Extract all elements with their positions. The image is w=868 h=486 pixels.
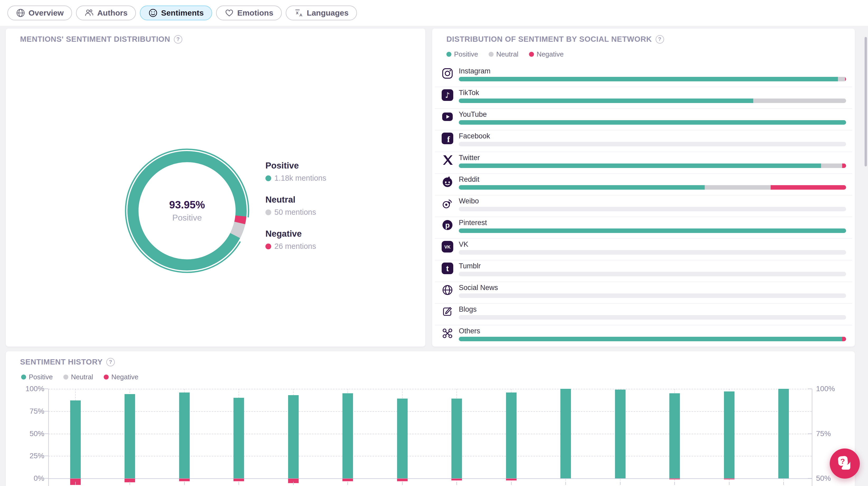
history-bar-positive[interactable] <box>125 394 135 478</box>
network-label: Others <box>459 327 480 335</box>
network-sentiment-bar[interactable] <box>459 337 846 341</box>
scrollbar-thumb[interactable] <box>865 37 867 166</box>
tab-languages[interactable]: xALanguages <box>286 5 357 20</box>
right-axis-line <box>812 389 812 486</box>
network-row-social-news: Social News <box>432 282 855 304</box>
y-axis-tick <box>44 433 48 434</box>
tab-authors[interactable]: Authors <box>76 5 136 20</box>
history-bar-positive[interactable] <box>506 393 517 478</box>
x-axis-tick <box>729 482 730 485</box>
y-axis-tick <box>808 478 812 479</box>
history-bar-positive[interactable] <box>724 392 735 478</box>
network-row-weibo: Weibo <box>432 196 855 217</box>
network-sentiment-bar[interactable] <box>459 228 846 233</box>
bar-segment-positive <box>459 120 846 125</box>
donut-legend-mentions: 1.18k mentions <box>274 174 327 182</box>
history-bar-negative[interactable] <box>452 479 462 481</box>
y-axis-left-label: 75% <box>6 407 44 416</box>
help-tooltip-icon[interactable]: ? <box>174 35 182 44</box>
network-row-tumblr: tTumblr <box>432 260 855 282</box>
vk-icon: VK <box>442 241 453 253</box>
network-sentiment-bar[interactable] <box>459 272 846 276</box>
history-bar-positive[interactable] <box>452 399 462 478</box>
history-bar-positive[interactable] <box>778 389 789 478</box>
y-axis-tick <box>44 411 48 411</box>
instagram-icon <box>442 67 453 79</box>
reddit-icon <box>442 176 453 188</box>
history-bar-negative[interactable] <box>234 479 244 481</box>
history-bar-positive[interactable] <box>560 389 571 478</box>
bar-segment-neutral <box>753 98 846 103</box>
svg-text:f: f <box>447 135 450 144</box>
tab-bar: OverviewAuthorsSentimentsEmotionsxALangu… <box>0 0 868 26</box>
history-bar-positive[interactable] <box>615 390 625 478</box>
help-chat-button[interactable]: ? <box>830 449 860 479</box>
y-axis-right-label: 75% <box>816 429 831 438</box>
history-bar-positive[interactable] <box>669 393 680 478</box>
network-sentiment-bar[interactable] <box>459 293 846 298</box>
y-axis-left-label: 0% <box>6 474 44 483</box>
x-axis-tick <box>129 482 130 485</box>
donut-legend-item-negative: Negative26 mentions <box>266 229 327 251</box>
network-label: Reddit <box>459 175 479 183</box>
network-sentiment-bar[interactable] <box>459 207 846 211</box>
history-bar-negative[interactable] <box>669 479 680 479</box>
network-sentiment-bar[interactable] <box>459 315 846 320</box>
legend-item-negative[interactable]: Negative <box>529 50 564 58</box>
network-sentiment-bar[interactable] <box>459 164 846 168</box>
legend-item-neutral[interactable]: Neutral <box>489 50 519 58</box>
panel-title-text: MENTIONS' SENTIMENT DISTRIBUTION <box>20 35 170 44</box>
panel-sentiment-history: SENTIMENT HISTORY ? PositiveNeutralNegat… <box>6 351 855 486</box>
network-sentiment-bar[interactable] <box>459 98 846 103</box>
network-label: Blogs <box>459 305 477 314</box>
network-sentiment-bar[interactable] <box>459 250 846 255</box>
tab-label: Overview <box>29 8 64 18</box>
bar-segment-negative <box>842 164 846 168</box>
bar-segment-negative <box>845 77 846 81</box>
bar-segment-positive <box>459 98 753 103</box>
svg-text:p: p <box>445 221 450 229</box>
history-bar-negative[interactable] <box>397 479 408 481</box>
tab-label: Authors <box>97 8 127 18</box>
history-bar-negative[interactable] <box>179 479 190 481</box>
network-sentiment-bar[interactable] <box>459 142 846 146</box>
network-row-blogs: Blogs <box>432 304 855 325</box>
blog-pen-icon <box>442 306 453 317</box>
network-row-youtube: YouTube <box>432 109 855 131</box>
history-bar-negative[interactable] <box>342 479 353 481</box>
history-bar-positive[interactable] <box>397 399 408 478</box>
x-axis-tick <box>347 482 348 485</box>
network-row-pinterest: pPinterest <box>432 217 855 239</box>
bar-segment-negative <box>771 185 846 190</box>
x-axis-tick <box>402 482 403 485</box>
history-bar-negative[interactable] <box>724 479 735 479</box>
history-bar-positive[interactable] <box>234 398 244 478</box>
network-label: VK <box>459 240 468 249</box>
x-axis-tick <box>674 482 675 485</box>
history-bar-positive[interactable] <box>70 400 81 478</box>
history-bar-positive[interactable] <box>179 393 190 478</box>
history-bar-positive[interactable] <box>342 393 353 478</box>
network-sentiment-bar[interactable] <box>459 120 846 125</box>
history-bar-positive[interactable] <box>288 395 299 478</box>
history-bar-negative[interactable] <box>506 479 517 481</box>
x-axis-tick <box>565 482 566 485</box>
x-axis-tick <box>293 482 293 485</box>
positive-dot-icon <box>446 52 452 57</box>
sentiment-donut-chart[interactable] <box>119 142 256 280</box>
network-row-tiktok: ♪TikTok <box>432 87 855 109</box>
network-row-instagram: Instagram <box>432 65 855 87</box>
network-sentiment-bar[interactable] <box>459 77 846 81</box>
weibo-icon <box>442 198 453 209</box>
tab-overview[interactable]: Overview <box>7 5 72 20</box>
smiley-icon <box>148 8 158 18</box>
donut-legend: Positive1.18k mentionsNeutral50 mentions… <box>266 161 327 263</box>
tab-sentiments[interactable]: Sentiments <box>140 5 212 20</box>
tab-emotions[interactable]: Emotions <box>216 5 282 20</box>
network-row-facebook: fFacebook <box>432 131 855 152</box>
help-tooltip-icon[interactable]: ? <box>656 35 664 44</box>
network-sentiment-bar[interactable] <box>459 185 846 190</box>
legend-item-positive[interactable]: Positive <box>446 50 478 58</box>
y-axis-tick <box>808 433 812 434</box>
bar-segment-positive <box>459 228 846 233</box>
